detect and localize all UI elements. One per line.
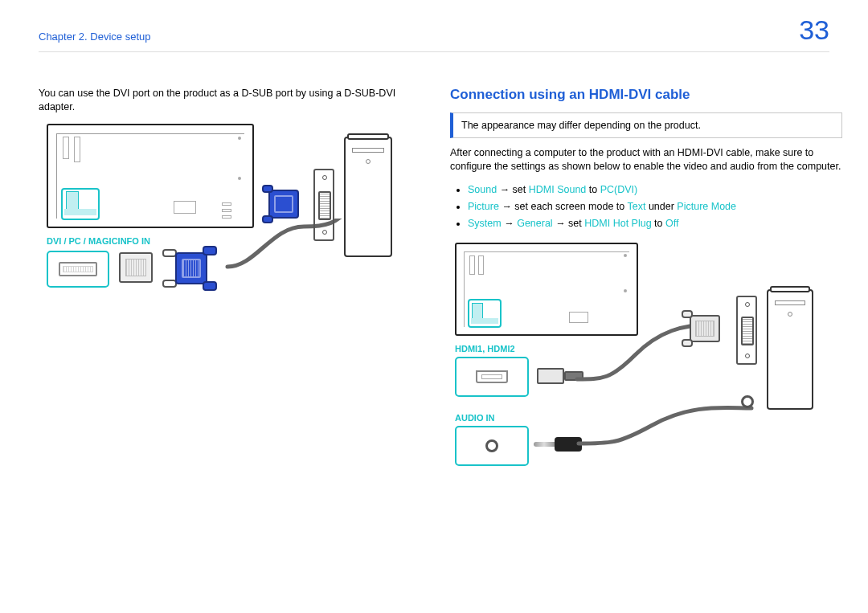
dvi-plug-icon <box>685 307 731 350</box>
settings-list: Sound → set HDMI Sound to PC(DVI) Pictur… <box>450 182 842 233</box>
header-rule <box>39 51 829 52</box>
figure-dsub-dvi: DVI / PC / MAGICINFO IN <box>39 122 392 315</box>
pc-audio-port-icon <box>741 395 754 408</box>
page-number: 33 <box>799 14 829 46</box>
left-column: You can use the DVI port on the product … <box>39 87 415 315</box>
vga-plug-icon <box>175 244 223 292</box>
dvi-port-label: DVI / PC / MAGICINFO IN <box>47 236 150 246</box>
setting-sound: Sound → set HDMI Sound to PC(DVI) <box>468 182 842 198</box>
figure-hdmi-dvi: HDMI1, HDMI2 AUDIO IN <box>450 243 820 484</box>
audio-port-label: AUDIO IN <box>455 413 495 423</box>
section-heading: Connection using an HDMI-DVI cable <box>450 87 842 103</box>
pc-tower-icon <box>344 137 392 257</box>
monitor-rear-icon <box>47 124 254 228</box>
vga-plug-pc-icon <box>264 182 309 227</box>
chapter-label: Chapter 2. Device setup <box>39 31 150 43</box>
audio-cable-icon <box>571 394 755 458</box>
setting-picture: Picture → set each screen mode to Text u… <box>468 198 842 215</box>
note-box: The appearance may differ depending on t… <box>450 112 842 138</box>
hdmi-port-icon <box>455 357 529 397</box>
hdmi-port-label: HDMI1, HDMI2 <box>455 344 515 353</box>
right-paragraph: After connecting a computer to the produ… <box>450 146 842 174</box>
dvi-adapter-icon <box>119 246 167 291</box>
pc-tower-icon <box>767 289 813 410</box>
left-paragraph: You can use the DVI port on the product … <box>39 87 415 114</box>
audio-port-icon <box>455 426 529 466</box>
pc-dvi-port-icon <box>736 296 757 365</box>
setting-system: System → General → set HDMI Hot Plug to … <box>468 215 842 232</box>
dvi-port-icon <box>47 251 109 288</box>
right-column: Connection using an HDMI-DVI cable The a… <box>450 87 842 484</box>
pc-vga-port-icon <box>313 169 334 241</box>
